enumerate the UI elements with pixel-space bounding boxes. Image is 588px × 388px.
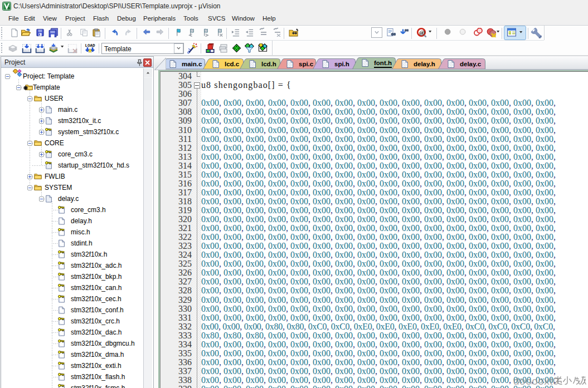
svg-text:@: @ <box>419 29 425 36</box>
svg-text:LOAD: LOAD <box>85 43 96 48</box>
